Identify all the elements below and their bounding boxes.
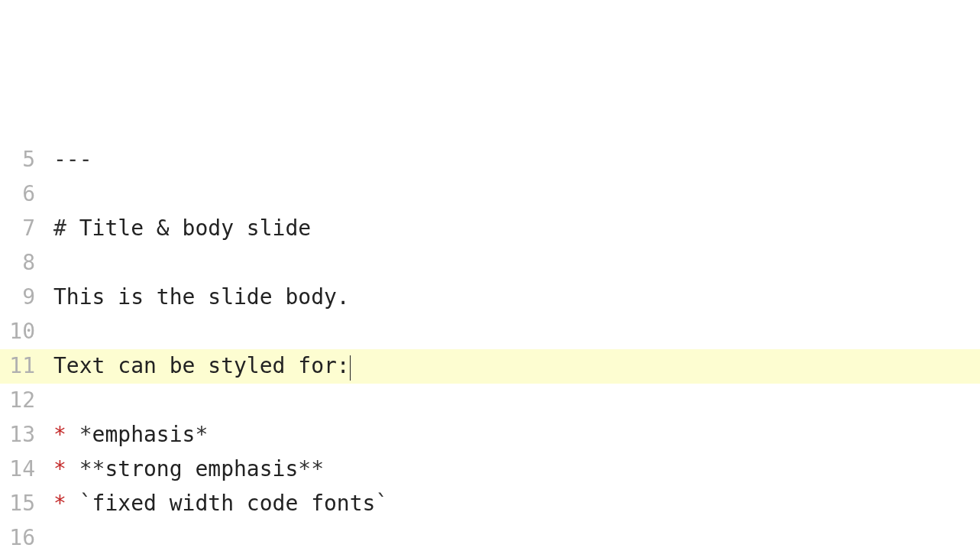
line-number: 8	[0, 246, 53, 280]
line-content[interactable]: This is the slide body.	[53, 280, 980, 315]
line-content[interactable]: Text can be styled for:	[53, 349, 980, 384]
line-number: 9	[0, 280, 53, 315]
token: Title & body slide	[66, 216, 311, 241]
editor-line[interactable]: 7# Title & body slide	[0, 212, 980, 246]
editor-line[interactable]: 16	[0, 521, 980, 551]
line-content[interactable]: * `fixed width code fonts`	[53, 487, 980, 521]
line-number: 7	[0, 212, 53, 246]
editor-line[interactable]: 5---	[0, 143, 980, 177]
line-number: 10	[0, 315, 53, 349]
line-number: 16	[0, 521, 53, 551]
token: This is the slide body.	[53, 284, 350, 310]
token	[66, 491, 79, 516]
editor-line[interactable]: 14* **strong emphasis**	[0, 452, 980, 487]
token	[66, 456, 79, 481]
token: #	[53, 216, 66, 241]
token: **	[79, 456, 105, 481]
editor-line[interactable]: 13* *emphasis*	[0, 418, 980, 452]
token: strong emphasis	[105, 456, 298, 481]
line-number: 6	[0, 177, 53, 212]
editor-line[interactable]: 8	[0, 246, 980, 280]
token: *	[79, 422, 92, 447]
code-editor[interactable]: 5---67# Title & body slide89This is the …	[0, 137, 980, 551]
line-number: 11	[0, 349, 53, 384]
token: `	[375, 491, 388, 516]
editor-line[interactable]: 11Text can be styled for:	[0, 349, 980, 384]
line-number: 5	[0, 143, 53, 177]
editor-line[interactable]: 12	[0, 384, 980, 418]
token: **	[298, 456, 324, 481]
token: fixed width code fonts	[92, 491, 376, 516]
line-content[interactable]: # Title & body slide	[53, 212, 980, 246]
token: ---	[53, 147, 92, 172]
token: `	[79, 491, 92, 516]
editor-line[interactable]: 10	[0, 315, 980, 349]
token: *	[53, 422, 66, 447]
token: *	[195, 422, 208, 447]
editor-line[interactable]: 6	[0, 177, 980, 212]
line-number: 13	[0, 418, 53, 452]
line-content[interactable]: * *emphasis*	[53, 418, 980, 452]
token: emphasis	[92, 422, 196, 447]
line-content[interactable]: ---	[53, 143, 980, 177]
line-number: 12	[0, 384, 53, 418]
token	[66, 422, 79, 447]
line-number: 15	[0, 487, 53, 521]
line-content[interactable]: * **strong emphasis**	[53, 452, 980, 487]
text-cursor	[350, 355, 351, 381]
line-number: 14	[0, 452, 53, 487]
token: Text can be styled for:	[53, 353, 350, 378]
editor-line[interactable]: 15* `fixed width code fonts`	[0, 487, 980, 521]
token: *	[53, 456, 66, 481]
editor-line[interactable]: 9This is the slide body.	[0, 280, 980, 315]
token: *	[53, 491, 66, 516]
